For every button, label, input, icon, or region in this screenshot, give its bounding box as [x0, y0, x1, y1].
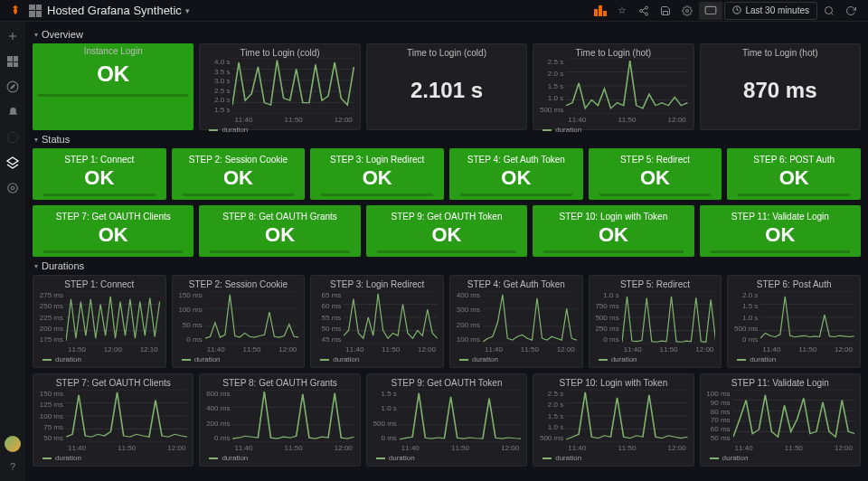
sidebar-item-create[interactable]: [4, 27, 22, 45]
chevron-down-icon: ▾: [34, 262, 38, 270]
refresh-icon[interactable]: [841, 2, 861, 20]
panel-title: STEP 5: Redirect: [594, 152, 717, 165]
panel-title: STEP 4: Get Auth Token: [455, 152, 578, 165]
row-overview-title: Overview: [42, 29, 83, 40]
legend-swatch: [320, 359, 329, 361]
panel-value: OK: [38, 222, 188, 250]
chart: 1.5 s1.0 s500 ms0 ms: [373, 390, 521, 442]
status-panel-step-9[interactable]: STEP 9: Get OAUTH Token OK: [366, 205, 527, 257]
panel-title: STEP 5: Redirect: [595, 279, 716, 291]
presentation-mode-icon[interactable]: [699, 2, 722, 20]
spark-bar: [43, 193, 156, 196]
duration-panel-step-1[interactable]: STEP 1: Connect 275 ms250 ms225 ms200 ms…: [33, 275, 166, 368]
time-picker[interactable]: Last 30 minutes: [724, 2, 817, 20]
duration-panel-step-5[interactable]: STEP 5: Redirect 1.0 s750 ms500 ms250 ms…: [589, 275, 722, 368]
legend-swatch: [459, 359, 468, 361]
legend-label: duration: [472, 355, 498, 363]
panel-value: OK: [33, 56, 193, 94]
panel-time-login-cold-value[interactable]: Time to Login (cold) 2.101 s: [366, 43, 527, 130]
panel-time-login-hot-value[interactable]: Time to Login (hot) 870 ms: [700, 43, 861, 130]
spark-bar: [738, 193, 850, 196]
row-durations-title: Durations: [42, 260, 84, 271]
settings-icon[interactable]: [677, 2, 697, 20]
save-icon[interactable]: [656, 2, 675, 20]
status-panel-step-5[interactable]: STEP 5: Redirect OK: [589, 148, 722, 200]
duration-panel-step-11[interactable]: STEP 11: Validate Login 100 ms90 ms80 ms…: [700, 373, 861, 467]
status-panel-step-1[interactable]: STEP 1: Connect OK: [33, 148, 166, 200]
panel-title: Time to Login (hot): [539, 48, 687, 58]
status-panel-step-11[interactable]: STEP 11: Validate Login OK: [700, 205, 861, 257]
duration-panel-step-4[interactable]: STEP 4: Get Auth Token 400 ms300 ms200 m…: [449, 275, 583, 368]
duration-panel-step-8[interactable]: STEP 8: Get OAUTH Grants 600 ms400 ms200…: [199, 373, 360, 467]
panel-value: 870 ms: [706, 58, 854, 123]
user-avatar[interactable]: [5, 436, 21, 452]
chart: 600 ms400 ms200 ms0 ms: [205, 390, 354, 442]
chevron-down-icon: ▾: [34, 136, 38, 144]
panel-title: STEP 11: Validate Login: [705, 209, 855, 222]
panel-value: OK: [372, 222, 522, 250]
status-panel-step-8[interactable]: STEP 8: Get OAUTH Grants OK: [199, 205, 360, 257]
status-panel-step-3[interactable]: STEP 3: Login Redirect OK: [310, 148, 444, 200]
share-icon[interactable]: [634, 2, 654, 20]
spark-bar: [183, 193, 295, 196]
zoom-out-icon[interactable]: [819, 2, 839, 20]
status-panel-step-4[interactable]: STEP 4: Get Auth Token OK: [449, 148, 583, 200]
legend-swatch: [542, 129, 552, 131]
svg-point-3: [646, 6, 648, 9]
status-panel-step-6[interactable]: STEP 6: POST Auth OK: [727, 148, 861, 200]
duration-panel-step-6[interactable]: STEP 6: Post Auth 2.0 s1.5 s1.0 s500 ms0…: [727, 275, 861, 368]
sidebar-item-world[interactable]: [4, 128, 22, 146]
duration-panel-step-3[interactable]: STEP 3: Login Redirect 65 ms60 ms55 ms50…: [310, 275, 444, 368]
svg-point-4: [640, 9, 643, 12]
grafana-logo-icon[interactable]: [7, 3, 24, 19]
sidebar-item-alerting[interactable]: [4, 103, 22, 121]
chart: 2.5 s2.0 s1.5 s1.0 s500 ms: [539, 58, 687, 114]
svg-line-7: [643, 11, 646, 13]
chevron-down-icon[interactable]: ▾: [185, 6, 190, 15]
svg-point-5: [646, 13, 648, 15]
clock-icon: [732, 5, 741, 16]
sidebar: ?: [0, 22, 25, 481]
cycle-view-icon[interactable]: [590, 2, 610, 20]
status-panel-step-2[interactable]: STEP 2: Session Cookie OK: [172, 148, 306, 200]
panel-value: OK: [177, 165, 300, 193]
chevron-down-icon: ▾: [34, 31, 38, 39]
sidebar-item-dashboards[interactable]: [4, 52, 22, 71]
row-overview-toggle[interactable]: ▾ Overview: [33, 25, 861, 43]
duration-panel-step-2[interactable]: STEP 2: Session Cookie 150 ms100 ms50 ms…: [172, 275, 306, 368]
panel-value: OK: [204, 222, 354, 250]
help-icon[interactable]: ?: [4, 457, 22, 476]
chart: 4.0 s3.5 s3.0 s2.5 s2.0 s1.5 s: [205, 58, 354, 114]
duration-panel-step-10[interactable]: STEP 10: Login with Token 2.5 s2.0 s1.5 …: [533, 373, 693, 467]
panel-title: STEP 7: Get OAUTH Clients: [39, 378, 187, 390]
panel-instance-login[interactable]: Instance Login OK: [33, 43, 193, 130]
panel-title: STEP 3: Login Redirect: [316, 152, 439, 165]
sidebar-item-explore[interactable]: [4, 78, 22, 96]
svg-line-12: [831, 13, 833, 14]
panel-title: STEP 1: Connect: [38, 152, 161, 165]
row-durations-toggle[interactable]: ▾ Durations: [33, 257, 861, 275]
spark-bar: [460, 193, 572, 196]
status-panel-step-10[interactable]: STEP 10: Login with Token OK: [533, 205, 693, 257]
panel-title: STEP 6: POST Auth: [732, 152, 855, 165]
duration-panel-step-7[interactable]: STEP 7: Get OAUTH Clients 150 ms125 ms10…: [33, 373, 193, 467]
dashboard-title[interactable]: Hosted Grafana Synthetic: [47, 4, 182, 17]
duration-panel-step-9[interactable]: STEP 9: Get OAUTH Token 1.5 s1.0 s500 ms…: [366, 373, 527, 467]
panel-time-login-hot-chart[interactable]: Time to Login (hot) 2.5 s2.0 s1.5 s1.0 s…: [533, 43, 693, 130]
spark-bar: [377, 250, 516, 253]
status-panel-step-7[interactable]: STEP 7: Get OAUTH Clients OK: [33, 205, 193, 257]
star-icon[interactable]: ☆: [612, 2, 632, 20]
row-status-toggle[interactable]: ▾ Status: [33, 130, 861, 148]
sidebar-item-config[interactable]: [4, 179, 22, 197]
spark-bar: [599, 193, 712, 196]
time-range-label: Last 30 minutes: [745, 5, 809, 15]
panel-title: STEP 8: Get OAUTH Grants: [204, 209, 354, 222]
panel-title: STEP 7: Get OAUTH Clients: [38, 209, 188, 222]
panel-time-login-cold-chart[interactable]: Time to Login (cold) 4.0 s3.5 s3.0 s2.5 …: [199, 43, 360, 130]
svg-point-8: [686, 9, 689, 12]
dashboards-icon[interactable]: [29, 5, 42, 17]
panel-title: STEP 10: Login with Token: [539, 378, 687, 390]
legend-swatch: [737, 359, 746, 361]
spark-bar: [543, 250, 683, 253]
sidebar-item-synthetic[interactable]: [4, 154, 22, 172]
